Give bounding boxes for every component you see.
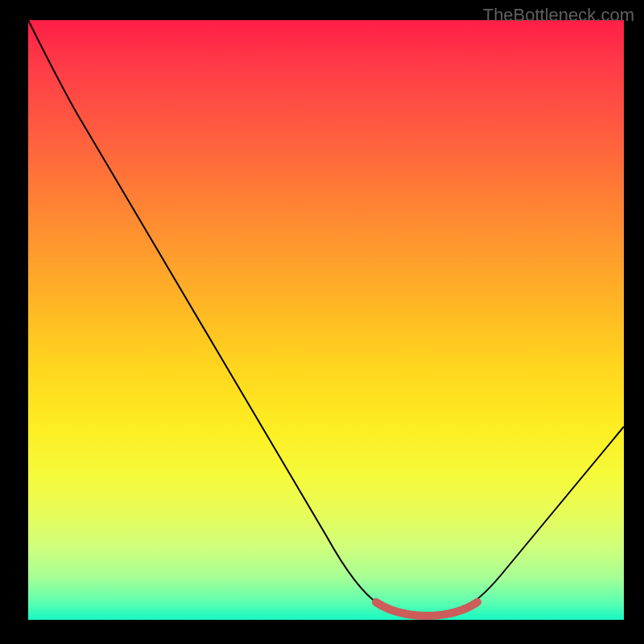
optimal-zone-highlight	[376, 602, 477, 616]
bottleneck-curve	[28, 20, 624, 616]
plot-area	[28, 20, 624, 620]
watermark-text: TheBottleneck.com	[483, 5, 634, 26]
curve-layer	[28, 20, 624, 620]
chart-container: TheBottleneck.com	[0, 0, 644, 644]
